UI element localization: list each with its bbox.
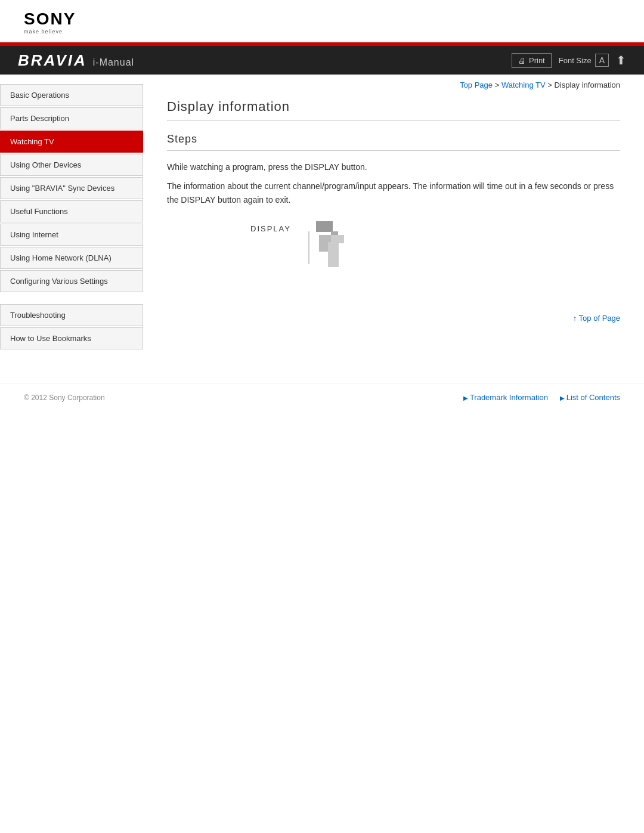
display-label-text: DISPLAY [250, 224, 291, 233]
footer-copyright: © 2012 Sony Corporation [24, 394, 105, 402]
sidebar-item-using-home-network[interactable]: Using Home Network (DLNA) [0, 247, 143, 269]
font-size-a[interactable]: A [595, 54, 609, 67]
sidebar-item-watching-tv[interactable]: Watching TV [0, 131, 143, 153]
breadcrumb-watching-tv[interactable]: Watching TV [501, 80, 546, 89]
footer: © 2012 Sony Corporation Trademark Inform… [0, 383, 644, 411]
home-icon[interactable]: ⬆ [616, 53, 626, 67]
imanual-label: i-Manual [93, 57, 134, 68]
display-illustration: DISPLAY [215, 218, 465, 290]
paragraph-1: While watching a program, press the DISP… [167, 160, 620, 174]
sony-logo: SONY make.believe [24, 11, 620, 35]
bravia-label: BRAVIA [18, 51, 87, 70]
breadcrumb: Top Page > Watching TV > Display informa… [167, 75, 620, 99]
sidebar-item-how-to-bookmarks[interactable]: How to Use Bookmarks [0, 327, 143, 349]
print-button[interactable]: 🖨 Print [512, 53, 552, 68]
header-controls: 🖨 Print Font Size A ⬆ [512, 53, 626, 68]
font-size-label: Font Size [559, 56, 592, 65]
print-label: Print [529, 56, 545, 65]
sidebar-item-basic-operations[interactable]: Basic Operations [0, 84, 143, 106]
sidebar-item-using-bravia-sync[interactable]: Using "BRAVIA" Sync Devices [0, 177, 143, 199]
breadcrumb-top-page[interactable]: Top Page [460, 80, 493, 89]
page-title: Display information [167, 99, 620, 121]
sidebar-bottom-group: Troubleshooting How to Use Bookmarks [0, 304, 143, 349]
breadcrumb-current: Display information [554, 80, 620, 89]
breadcrumb-sep2: > [547, 80, 554, 89]
bravia-title: BRAVIA i-Manual [18, 51, 134, 70]
remote-line [308, 231, 309, 264]
print-icon: 🖨 [518, 56, 526, 65]
sidebar-item-using-other-devices[interactable]: Using Other Devices [0, 154, 143, 176]
remote-bar [328, 242, 339, 267]
sidebar-item-configuring-settings[interactable]: Configuring Various Settings [0, 270, 143, 292]
steps-heading: Steps [167, 133, 620, 151]
sony-brand: SONY [24, 11, 76, 27]
main-layout: Basic Operations Parts Description Watch… [0, 75, 644, 371]
footer-links: Trademark Information List of Contents [463, 393, 620, 402]
sidebar-item-using-internet[interactable]: Using Internet [0, 224, 143, 246]
content-area: Top Page > Watching TV > Display informa… [143, 75, 644, 346]
logo-area: SONY make.believe [0, 0, 644, 42]
top-of-page-link[interactable]: ↑ Top of Page [573, 314, 620, 323]
header-bar: BRAVIA i-Manual 🖨 Print Font Size A ⬆ [0, 42, 644, 75]
sidebar-item-useful-functions[interactable]: Useful Functions [0, 200, 143, 222]
sidebar-main-group: Basic Operations Parts Description Watch… [0, 84, 143, 292]
sidebar: Basic Operations Parts Description Watch… [0, 75, 143, 371]
font-size-control: Font Size A [559, 54, 609, 67]
top-of-page-row: ↑ Top of Page [167, 314, 620, 323]
sidebar-item-troubleshooting[interactable]: Troubleshooting [0, 304, 143, 326]
trademark-info-link[interactable]: Trademark Information [463, 393, 548, 402]
breadcrumb-sep1: > [495, 80, 501, 89]
list-of-contents-link[interactable]: List of Contents [560, 393, 620, 402]
sidebar-item-parts-description[interactable]: Parts Description [0, 107, 143, 129]
paragraph-2: The information about the current channe… [167, 179, 620, 206]
sony-tagline: make.believe [24, 29, 63, 35]
remote-top-block [316, 221, 333, 232]
